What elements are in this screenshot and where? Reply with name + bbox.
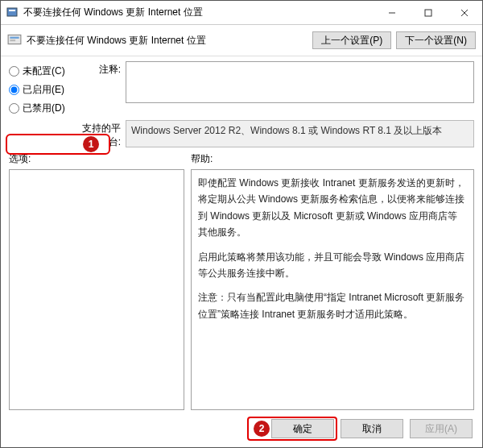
titlebar: 不要连接任何 Windows 更新 Internet 位置 [1, 1, 482, 25]
svg-rect-0 [7, 8, 17, 16]
next-setting-button[interactable]: 下一个设置(N) [396, 31, 476, 49]
main-panels: 选项: 帮助: 即使配置 Windows 更新接收 Intranet 更新服务发… [1, 149, 482, 410]
svg-rect-3 [425, 10, 431, 16]
apply-button[interactable]: 应用(A) [410, 419, 473, 438]
svg-rect-8 [10, 39, 15, 41]
radio-disabled-label: 已禁用(D) [23, 102, 65, 115]
annotation-badge-2: 2 [254, 421, 270, 437]
radio-enabled-label: 已启用(E) [23, 83, 64, 97]
minimize-button[interactable] [374, 1, 410, 25]
radio-not-configured-label: 未配置(C) [23, 64, 65, 78]
window-title: 不要连接任何 Windows 更新 Internet 位置 [23, 6, 374, 19]
radio-enabled-input[interactable] [9, 85, 19, 95]
close-button[interactable] [446, 1, 482, 25]
header: 不要连接任何 Windows 更新 Internet 位置 上一个设置(P) 下… [1, 25, 482, 56]
options-label: 选项: [9, 152, 184, 166]
radio-disabled[interactable]: 已禁用(D) [9, 102, 72, 115]
radio-enabled[interactable]: 已启用(E) [9, 83, 72, 97]
radio-disabled-input[interactable] [9, 103, 19, 114]
radio-not-configured[interactable]: 未配置(C) [9, 64, 72, 78]
policy-editor-window: 不要连接任何 Windows 更新 Internet 位置 不要连接任何 Win… [0, 0, 483, 448]
comment-label: 注释: [76, 61, 121, 115]
help-paragraph: 启用此策略将禁用该功能，并且可能会导致 Windows 应用商店等公共服务连接中… [198, 249, 467, 282]
state-radios: 未配置(C) 已启用(E) 已禁用(D) [9, 61, 72, 115]
supported-platforms-box: Windows Server 2012 R2、Windows 8.1 或 Win… [126, 120, 474, 147]
svg-rect-1 [9, 10, 15, 11]
comment-textarea[interactable] [126, 61, 474, 103]
svg-rect-7 [10, 36, 19, 38]
help-box: 即使配置 Windows 更新接收 Intranet 更新服务发送的更新时，将定… [191, 169, 474, 410]
help-label: 帮助: [191, 152, 474, 166]
policy-title: 不要连接任何 Windows 更新 Internet 位置 [27, 34, 308, 48]
policy-icon [6, 6, 19, 19]
maximize-button[interactable] [410, 1, 446, 25]
options-box [9, 169, 184, 410]
divider [1, 56, 482, 56]
header-icon [7, 32, 22, 49]
help-paragraph: 即使配置 Windows 更新接收 Intranet 更新服务发送的更新时，将定… [198, 175, 467, 241]
prev-setting-button[interactable]: 上一个设置(P) [312, 31, 391, 49]
ok-button[interactable]: 确定 [271, 419, 334, 438]
annotation-badge-1: 1 [83, 136, 99, 152]
cancel-button[interactable]: 取消 [341, 419, 403, 438]
dialog-buttons: 2 确定 取消 应用(A) [1, 410, 482, 447]
help-paragraph: 注意：只有当配置此电脑使用“指定 Intranet Microsoft 更新服务… [198, 289, 467, 322]
radio-not-configured-input[interactable] [9, 66, 19, 77]
